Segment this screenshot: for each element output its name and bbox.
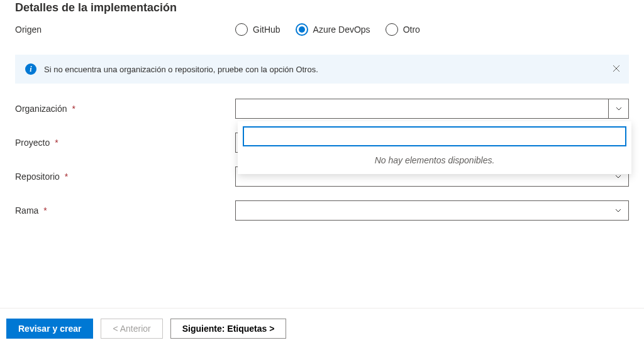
info-icon: i [25,63,36,75]
review-create-button[interactable]: Revisar y crear [6,319,93,339]
required-indicator: * [55,138,58,148]
required-indicator: * [65,172,68,182]
organization-label: Organización * [15,104,235,114]
required-indicator: * [72,104,75,114]
organization-search-input[interactable] [243,126,626,146]
radio-circle-icon [235,23,248,36]
section-title: Detalles de la implementación [15,0,629,14]
next-button[interactable]: Siguiente: Etiquetas > [170,319,287,339]
organization-dropdown[interactable] [235,99,629,119]
radio-label: Azure DevOps [313,25,370,35]
previous-button: < Anterior [101,319,162,339]
origin-radio-github[interactable]: GitHub [235,23,280,36]
organization-row: Organización * No hay elementos disponib… [15,99,629,119]
origin-radio-other[interactable]: Otro [386,23,420,36]
radio-circle-icon [296,23,308,36]
close-icon[interactable] [613,65,620,74]
info-banner-text: Si no encuentra una organización o repos… [44,65,318,74]
radio-label: GitHub [253,25,280,35]
chevron-down-icon [608,99,628,118]
origin-radio-group: GitHub Azure DevOps Otro [235,23,420,36]
info-banner: i Si no encuentra una organización o rep… [15,55,629,84]
origin-label: Origen [15,25,235,35]
origin-row: Origen GitHub Azure DevOps Otro [15,23,629,36]
radio-circle-icon [386,23,398,36]
organization-combo-panel: No hay elementos disponibles. [238,121,631,174]
repository-label: Repositorio * [15,172,235,182]
combo-empty-text: No hay elementos disponibles. [243,155,626,165]
chevron-down-icon [608,201,628,220]
radio-dot-icon [299,26,305,33]
footer: Revisar y crear < Anterior Siguiente: Et… [0,308,644,349]
required-indicator: * [43,205,47,216]
branch-row: Rama * [15,200,629,221]
branch-label: Rama * [15,205,235,216]
radio-label: Otro [403,25,420,35]
project-label: Proyecto * [15,138,235,148]
origin-radio-azure-devops[interactable]: Azure DevOps [296,23,370,36]
branch-dropdown[interactable] [235,200,629,221]
